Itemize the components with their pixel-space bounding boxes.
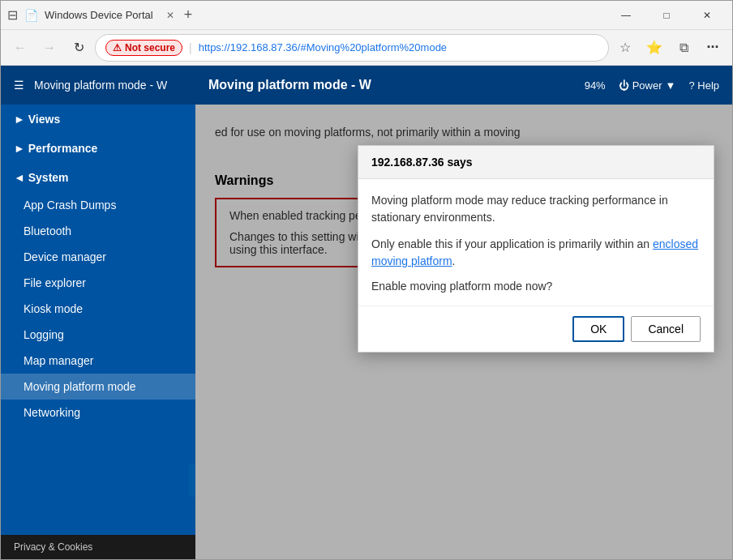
- content-area: Moving platform mode - W 94% ⏻ Power ▼ ?…: [195, 66, 732, 559]
- modal-message-1: Moving platform mode may reduce tracking…: [371, 192, 701, 226]
- kiosk-mode-label: Kiosk mode: [24, 302, 83, 315]
- cancel-button[interactable]: Cancel: [631, 316, 701, 342]
- file-explorer-label: File explorer: [24, 276, 86, 289]
- bluetooth-label: Bluetooth: [24, 224, 71, 237]
- sidebar-scrollbar[interactable]: [189, 464, 195, 497]
- device-manager-label: Device manager: [24, 250, 106, 263]
- privacy-cookies-label: Privacy & Cookies: [14, 541, 92, 553]
- app-container: ☰ Moving platform mode - W ► Views ► Per…: [1, 66, 732, 559]
- modal-link[interactable]: enclosed moving platform: [371, 237, 698, 267]
- sidebar-item-device-manager[interactable]: Device manager: [1, 244, 195, 270]
- sidebar-section-performance-header[interactable]: ► Performance: [1, 134, 195, 163]
- sidebar-item-map-manager[interactable]: Map manager: [1, 348, 195, 374]
- sidebar-item-logging[interactable]: Logging: [1, 322, 195, 348]
- title-bar: ⊟ 📄 Windows Device Portal ✕ + — □ ✕: [1, 1, 732, 30]
- sidebar: ☰ Moving platform mode - W ► Views ► Per…: [1, 66, 195, 559]
- modal-body: Moving platform mode may reduce tracking…: [358, 179, 714, 306]
- views-label: ► Views: [14, 113, 60, 126]
- sidebar-section-system-header[interactable]: ◄ System: [1, 163, 195, 192]
- back-btn[interactable]: ←: [7, 35, 33, 61]
- close-btn[interactable]: ✕: [688, 2, 726, 28]
- forward-btn[interactable]: →: [36, 35, 62, 61]
- sidebar-footer[interactable]: Privacy & Cookies: [1, 535, 195, 559]
- top-bar-title: Moving platform mode - W: [208, 78, 572, 92]
- sidebar-section-performance: ► Performance: [1, 134, 195, 163]
- security-warning[interactable]: ⚠ Not secure: [105, 40, 182, 56]
- maximize-btn[interactable]: □: [648, 2, 685, 28]
- new-tab-btn[interactable]: +: [184, 6, 193, 24]
- address-text: https://192.168.87.36/#Moving%20platform…: [199, 41, 598, 53]
- address-bar[interactable]: ⚠ Not secure | https://192.168.87.36/#Mo…: [95, 34, 609, 62]
- top-bar: Moving platform mode - W 94% ⏻ Power ▼ ?…: [195, 66, 732, 105]
- sidebar-header: ☰ Moving platform mode - W: [1, 66, 195, 105]
- sidebar-item-networking[interactable]: Networking: [1, 400, 195, 425]
- logging-label: Logging: [24, 328, 64, 341]
- sidebar-section-system: ◄ System App Crash Dumps Bluetooth Devic…: [1, 163, 195, 425]
- nav-bar: ← → ↻ ⚠ Not secure | https://192.168.87.…: [1, 30, 732, 66]
- nav-icons: ☆ ⭐ ⧉ ···: [612, 35, 726, 61]
- app-crash-dumps-label: App Crash Dumps: [24, 199, 116, 212]
- address-divider: |: [189, 41, 192, 54]
- battery-indicator: 94%: [585, 79, 606, 92]
- sidebar-item-app-crash-dumps[interactable]: App Crash Dumps: [1, 192, 195, 218]
- modal-title: 192.168.87.36 says: [371, 156, 473, 169]
- split-btn[interactable]: ⧉: [671, 35, 697, 61]
- power-icon: ⏻: [619, 79, 629, 92]
- favorite-btn[interactable]: ☆: [612, 35, 638, 61]
- sidebar-section-views: ► Views: [1, 105, 195, 134]
- tab-close-btn[interactable]: ✕: [166, 10, 174, 21]
- map-manager-label: Map manager: [24, 354, 93, 367]
- performance-label: ► Performance: [14, 142, 97, 155]
- sidebar-item-kiosk-mode[interactable]: Kiosk mode: [1, 296, 195, 322]
- refresh-btn[interactable]: ↻: [66, 35, 92, 61]
- warning-icon: ⚠: [113, 42, 122, 53]
- settings-menu-btn[interactable]: ···: [700, 35, 726, 61]
- browser-window: ⊟ 📄 Windows Device Portal ✕ + — □ ✕ ← → …: [0, 0, 733, 560]
- help-button[interactable]: ? Help: [688, 79, 719, 92]
- sidebar-app-title: Moving platform mode - W: [34, 79, 167, 92]
- collections-btn[interactable]: ⭐: [641, 35, 667, 61]
- modal-header: 192.168.87.36 says: [358, 146, 714, 179]
- modal-message-2: Only enable this if your application is …: [371, 236, 701, 270]
- networking-label: Networking: [24, 406, 80, 419]
- minimize-btn[interactable]: —: [607, 2, 645, 28]
- power-label: Power: [632, 79, 662, 92]
- system-label: ◄ System: [14, 171, 69, 184]
- sidebar-section-views-header[interactable]: ► Views: [1, 105, 195, 134]
- modal-question: Enable moving platform mode now?: [371, 280, 701, 293]
- main-content: ed for use on moving platforms, not prim…: [195, 105, 732, 559]
- power-dropdown-icon: ▼: [666, 79, 676, 92]
- security-text: Not secure: [125, 42, 175, 53]
- sidebar-item-bluetooth[interactable]: Bluetooth: [1, 218, 195, 244]
- ok-button[interactable]: OK: [572, 316, 624, 342]
- sidebar-item-file-explorer[interactable]: File explorer: [1, 270, 195, 296]
- modal-dialog: 192.168.87.36 says Moving platform mode …: [358, 145, 714, 353]
- tab-title: Windows Device Portal: [45, 9, 153, 21]
- hamburger-icon[interactable]: ☰: [14, 79, 24, 92]
- moving-platform-mode-label: Moving platform mode: [24, 380, 136, 393]
- window-controls: — □ ✕: [607, 2, 726, 28]
- modal-footer: OK Cancel: [358, 306, 714, 352]
- sidebar-icon: ⊟: [7, 7, 18, 23]
- tab-favicon: 📄: [24, 9, 38, 22]
- power-button[interactable]: ⏻ Power ▼: [619, 79, 676, 92]
- modal-overlay: 192.168.87.36 says Moving platform mode …: [195, 105, 732, 559]
- sidebar-item-moving-platform-mode[interactable]: Moving platform mode: [1, 374, 195, 400]
